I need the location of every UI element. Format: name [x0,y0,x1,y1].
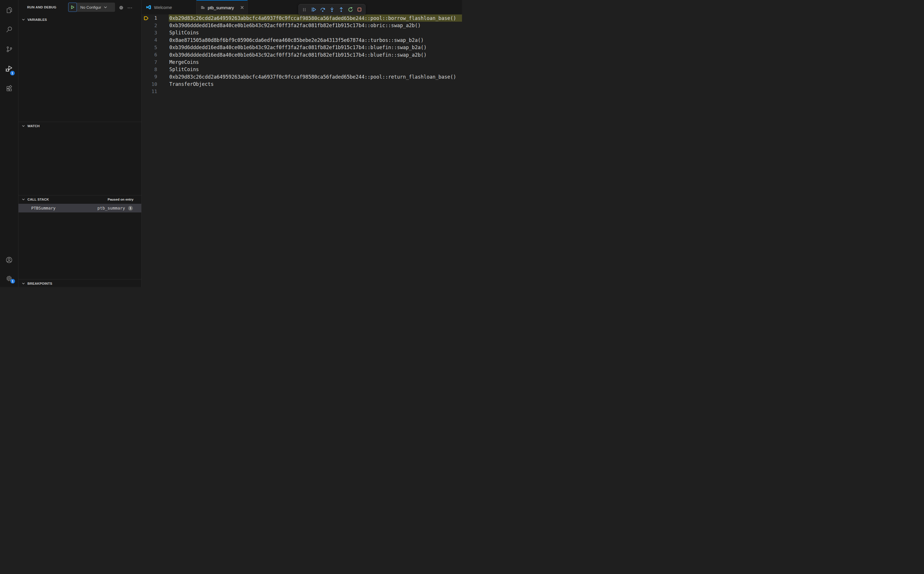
explorer-icon [5,6,13,14]
call-stack-section: CALL STACK Paused on entry PTBSummary pt… [19,195,141,279]
step-out-icon[interactable] [338,5,345,14]
activity-item-accounts[interactable] [0,250,19,270]
line-number: 4 [142,36,157,44]
line-number: 10 [142,80,157,88]
chevron-down-icon [104,5,107,9]
line-text: SplitCoins [169,66,199,73]
close-icon[interactable] [240,5,244,10]
debug-config-select[interactable]: No Configur [76,3,115,12]
line-text: 0xb29d83c26cdd2a64959263abbcfc4a6937f0c9… [169,73,456,80]
frame-name: PTBSummary [31,206,55,210]
chevron-down-icon [21,124,25,128]
activity-item-run-and-debug[interactable]: 1 [0,59,19,79]
editor-area: Welcome ptb_summary 1 [142,0,462,287]
activity-item-search[interactable] [0,20,19,39]
extensions-icon [5,85,13,92]
line-number: 3 [142,29,157,36]
line-text: TransferObjects [169,80,214,88]
restart-icon[interactable] [347,5,354,14]
variables-label: VARIABLES [27,18,47,21]
run-and-debug-sidebar: RUN AND DEBUG No Configur [19,0,142,287]
accounts-icon [5,256,13,264]
line-text: 0x8ae871505a80d8bf6bf9c05906cda6edfeea46… [169,36,423,44]
vscode-logo-icon [146,4,151,10]
play-icon [70,5,75,9]
call-stack-frame-row[interactable]: PTBSummary ptb_summary 1 [19,204,141,213]
more-actions-icon[interactable] [127,5,132,10]
sidebar-header: RUN AND DEBUG No Configur [19,0,141,16]
line-number: 6 [142,51,157,58]
watch-section-header[interactable]: WATCH [19,122,141,129]
breakpoints-section: BREAKPOINTS [19,279,141,287]
settings-badge: 1 [10,279,15,284]
continue-icon[interactable] [310,5,317,14]
breakpoints-section-header[interactable]: BREAKPOINTS [19,279,141,287]
code-line[interactable]: 3 SplitCoins [142,29,462,36]
code-line[interactable]: 8 SplitCoins [142,66,462,73]
activity-item-manage[interactable]: 1 [0,268,19,287]
activity-item-explorer[interactable] [0,0,19,20]
chevron-down-icon [21,282,25,285]
step-into-icon[interactable] [329,5,335,14]
code-line[interactable]: 4 0x8ae871505a80d8bf6bf9c05906cda6edfeea… [142,36,462,44]
line-number: 2 [142,22,157,29]
breakpoints-label: BREAKPOINTS [27,282,52,285]
chevron-down-icon [21,197,25,202]
code-line[interactable]: 1 0xb29d83c26cdd2a64959263abbcfc4a6937f0… [142,14,462,22]
tab-ptb-summary[interactable]: ptb_summary [197,0,248,14]
launch-control: No Configur [68,3,115,12]
debug-badge: 1 [10,71,15,76]
line-text: 0xb39d6dddedd16ed8a40ce0b1e6b43c92acf0ff… [169,22,421,29]
code-line[interactable]: 2 0xb39d6dddedd16ed8a40ce0b1e6b43c92acf0… [142,22,462,29]
variables-section-header[interactable]: VARIABLES [19,16,141,23]
line-number: 7 [142,58,157,66]
start-debugging-button[interactable] [68,3,77,12]
activity-item-extensions[interactable] [0,79,19,98]
debug-settings-gear-icon[interactable] [118,5,124,10]
list-icon [200,5,205,10]
line-text: 0xb39d6dddedd16ed8a40ce0b1e6b43c92acf0ff… [169,44,427,51]
activity-item-source-control[interactable] [0,39,19,59]
code-line[interactable]: 10 TransferObjects [142,80,462,88]
variables-section: VARIABLES [19,16,141,122]
gripper-icon[interactable] [301,5,308,14]
debug-current-line-marker-icon [143,16,149,21]
call-stack-label: CALL STACK [27,198,49,201]
line-text: MergeCoins [169,58,199,66]
activity-bar: 1 1 [0,0,19,287]
tab-welcome[interactable]: Welcome [142,0,197,14]
tab-ptb-summary-label: ptb_summary [208,5,234,10]
line-number: 8 [142,66,157,73]
code-line[interactable]: 5 0xb39d6dddedd16ed8a40ce0b1e6b43c92acf0… [142,44,462,51]
code-line[interactable]: 11 [142,88,462,95]
chevron-down-icon [21,17,25,22]
frame-source: ptb_summary [98,206,125,210]
code-line[interactable]: 7 MergeCoins [142,58,462,66]
call-stack-status: Paused on entry [108,198,138,201]
sidebar-title: RUN AND DEBUG [27,5,56,9]
call-stack-section-header[interactable]: CALL STACK Paused on entry [19,196,141,203]
watch-label: WATCH [27,124,39,128]
line-text: 0xb39d6dddedd16ed8a40ce0b1e6b43c92acf0ff… [169,51,427,58]
watch-section: WATCH [19,122,141,195]
code-line[interactable]: 6 0xb39d6dddedd16ed8a40ce0b1e6b43c92acf0… [142,51,462,58]
debug-toolbar [299,4,365,15]
stop-icon[interactable] [356,5,363,14]
code-editor[interactable]: 1 0xb29d83c26cdd2a64959263abbcfc4a6937f0… [142,14,462,287]
step-over-icon[interactable] [319,5,326,14]
line-text: 0xb29d83c26cdd2a64959263abbcfc4a6937f0c9… [169,14,456,22]
source-control-icon [5,46,13,53]
line-number: 11 [142,88,157,95]
frame-badge: 1 [128,206,133,211]
line-text: SplitCoins [169,29,199,36]
search-icon [5,26,13,33]
line-number: 9 [142,73,157,80]
debug-config-value: No Configur [80,5,101,9]
tab-welcome-label: Welcome [154,5,172,10]
code-line[interactable]: 9 0xb29d83c26cdd2a64959263abbcfc4a6937f0… [142,73,462,80]
line-number: 5 [142,44,157,51]
